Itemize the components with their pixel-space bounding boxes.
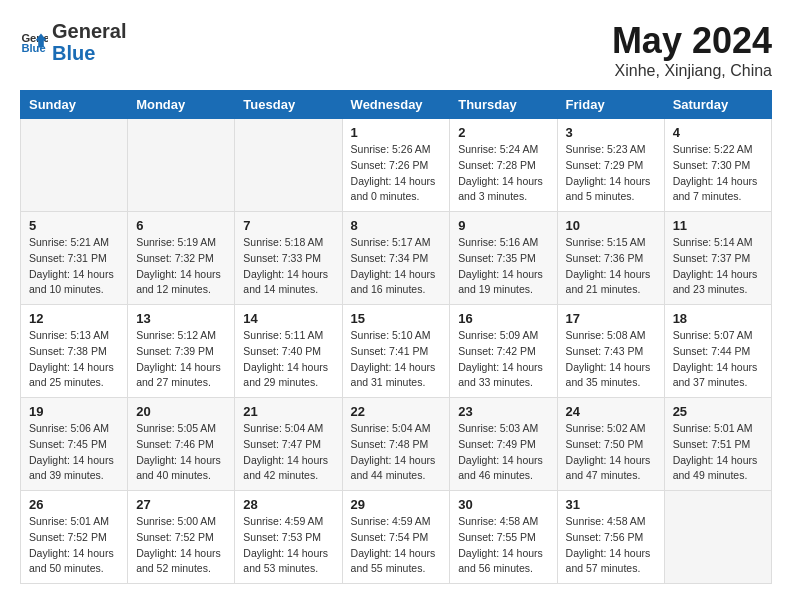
calendar-day-cell: 24Sunrise: 5:02 AMSunset: 7:50 PMDayligh… <box>557 398 664 491</box>
day-info: Sunrise: 5:18 AMSunset: 7:33 PMDaylight:… <box>243 235 333 298</box>
calendar-day-cell: 23Sunrise: 5:03 AMSunset: 7:49 PMDayligh… <box>450 398 557 491</box>
day-info: Sunrise: 5:21 AMSunset: 7:31 PMDaylight:… <box>29 235 119 298</box>
weekday-header: Saturday <box>664 91 771 119</box>
calendar-day-cell: 30Sunrise: 4:58 AMSunset: 7:55 PMDayligh… <box>450 491 557 584</box>
calendar-day-cell <box>235 119 342 212</box>
weekday-header: Sunday <box>21 91 128 119</box>
day-info: Sunrise: 5:04 AMSunset: 7:48 PMDaylight:… <box>351 421 442 484</box>
day-number: 28 <box>243 497 333 512</box>
day-number: 21 <box>243 404 333 419</box>
calendar-day-cell: 19Sunrise: 5:06 AMSunset: 7:45 PMDayligh… <box>21 398 128 491</box>
day-info: Sunrise: 5:13 AMSunset: 7:38 PMDaylight:… <box>29 328 119 391</box>
day-number: 19 <box>29 404 119 419</box>
calendar-table: SundayMondayTuesdayWednesdayThursdayFrid… <box>20 90 772 584</box>
day-number: 12 <box>29 311 119 326</box>
day-info: Sunrise: 5:08 AMSunset: 7:43 PMDaylight:… <box>566 328 656 391</box>
calendar-week-row: 12Sunrise: 5:13 AMSunset: 7:38 PMDayligh… <box>21 305 772 398</box>
day-number: 24 <box>566 404 656 419</box>
day-number: 2 <box>458 125 548 140</box>
day-info: Sunrise: 5:03 AMSunset: 7:49 PMDaylight:… <box>458 421 548 484</box>
calendar-subtitle: Xinhe, Xinjiang, China <box>612 62 772 80</box>
calendar-day-cell: 25Sunrise: 5:01 AMSunset: 7:51 PMDayligh… <box>664 398 771 491</box>
calendar-day-cell: 22Sunrise: 5:04 AMSunset: 7:48 PMDayligh… <box>342 398 450 491</box>
day-info: Sunrise: 5:26 AMSunset: 7:26 PMDaylight:… <box>351 142 442 205</box>
calendar-day-cell <box>21 119 128 212</box>
day-info: Sunrise: 5:23 AMSunset: 7:29 PMDaylight:… <box>566 142 656 205</box>
weekday-header: Tuesday <box>235 91 342 119</box>
day-info: Sunrise: 5:12 AMSunset: 7:39 PMDaylight:… <box>136 328 226 391</box>
calendar-day-cell <box>128 119 235 212</box>
calendar-day-cell: 17Sunrise: 5:08 AMSunset: 7:43 PMDayligh… <box>557 305 664 398</box>
weekday-header: Wednesday <box>342 91 450 119</box>
day-number: 8 <box>351 218 442 233</box>
day-info: Sunrise: 4:58 AMSunset: 7:56 PMDaylight:… <box>566 514 656 577</box>
day-info: Sunrise: 5:10 AMSunset: 7:41 PMDaylight:… <box>351 328 442 391</box>
day-info: Sunrise: 5:06 AMSunset: 7:45 PMDaylight:… <box>29 421 119 484</box>
calendar-week-row: 19Sunrise: 5:06 AMSunset: 7:45 PMDayligh… <box>21 398 772 491</box>
day-info: Sunrise: 5:14 AMSunset: 7:37 PMDaylight:… <box>673 235 763 298</box>
day-number: 14 <box>243 311 333 326</box>
calendar-day-cell: 28Sunrise: 4:59 AMSunset: 7:53 PMDayligh… <box>235 491 342 584</box>
day-number: 17 <box>566 311 656 326</box>
calendar-week-row: 5Sunrise: 5:21 AMSunset: 7:31 PMDaylight… <box>21 212 772 305</box>
day-info: Sunrise: 5:15 AMSunset: 7:36 PMDaylight:… <box>566 235 656 298</box>
day-info: Sunrise: 5:00 AMSunset: 7:52 PMDaylight:… <box>136 514 226 577</box>
day-info: Sunrise: 4:58 AMSunset: 7:55 PMDaylight:… <box>458 514 548 577</box>
day-info: Sunrise: 5:22 AMSunset: 7:30 PMDaylight:… <box>673 142 763 205</box>
day-info: Sunrise: 5:02 AMSunset: 7:50 PMDaylight:… <box>566 421 656 484</box>
calendar-day-cell: 2Sunrise: 5:24 AMSunset: 7:28 PMDaylight… <box>450 119 557 212</box>
calendar-day-cell: 26Sunrise: 5:01 AMSunset: 7:52 PMDayligh… <box>21 491 128 584</box>
calendar-day-cell: 14Sunrise: 5:11 AMSunset: 7:40 PMDayligh… <box>235 305 342 398</box>
day-number: 29 <box>351 497 442 512</box>
day-number: 11 <box>673 218 763 233</box>
day-number: 31 <box>566 497 656 512</box>
calendar-day-cell: 5Sunrise: 5:21 AMSunset: 7:31 PMDaylight… <box>21 212 128 305</box>
title-block: May 2024 Xinhe, Xinjiang, China <box>612 20 772 80</box>
day-number: 20 <box>136 404 226 419</box>
day-info: Sunrise: 5:09 AMSunset: 7:42 PMDaylight:… <box>458 328 548 391</box>
calendar-day-cell: 18Sunrise: 5:07 AMSunset: 7:44 PMDayligh… <box>664 305 771 398</box>
day-info: Sunrise: 4:59 AMSunset: 7:53 PMDaylight:… <box>243 514 333 577</box>
day-number: 5 <box>29 218 119 233</box>
logo: General Blue General Blue <box>20 20 126 64</box>
calendar-day-cell: 16Sunrise: 5:09 AMSunset: 7:42 PMDayligh… <box>450 305 557 398</box>
calendar-day-cell: 29Sunrise: 4:59 AMSunset: 7:54 PMDayligh… <box>342 491 450 584</box>
page-header: General Blue General Blue May 2024 Xinhe… <box>20 20 772 80</box>
calendar-day-cell: 15Sunrise: 5:10 AMSunset: 7:41 PMDayligh… <box>342 305 450 398</box>
calendar-day-cell: 6Sunrise: 5:19 AMSunset: 7:32 PMDaylight… <box>128 212 235 305</box>
svg-text:Blue: Blue <box>21 42 45 54</box>
day-info: Sunrise: 5:07 AMSunset: 7:44 PMDaylight:… <box>673 328 763 391</box>
weekday-header: Thursday <box>450 91 557 119</box>
calendar-day-cell: 13Sunrise: 5:12 AMSunset: 7:39 PMDayligh… <box>128 305 235 398</box>
calendar-day-cell: 10Sunrise: 5:15 AMSunset: 7:36 PMDayligh… <box>557 212 664 305</box>
day-number: 22 <box>351 404 442 419</box>
logo-blue: Blue <box>52 42 126 64</box>
day-info: Sunrise: 5:16 AMSunset: 7:35 PMDaylight:… <box>458 235 548 298</box>
day-number: 10 <box>566 218 656 233</box>
day-info: Sunrise: 5:01 AMSunset: 7:51 PMDaylight:… <box>673 421 763 484</box>
calendar-day-cell: 21Sunrise: 5:04 AMSunset: 7:47 PMDayligh… <box>235 398 342 491</box>
calendar-day-cell: 4Sunrise: 5:22 AMSunset: 7:30 PMDaylight… <box>664 119 771 212</box>
day-info: Sunrise: 5:11 AMSunset: 7:40 PMDaylight:… <box>243 328 333 391</box>
day-number: 7 <box>243 218 333 233</box>
day-info: Sunrise: 4:59 AMSunset: 7:54 PMDaylight:… <box>351 514 442 577</box>
day-number: 16 <box>458 311 548 326</box>
day-number: 1 <box>351 125 442 140</box>
day-number: 4 <box>673 125 763 140</box>
calendar-day-cell: 12Sunrise: 5:13 AMSunset: 7:38 PMDayligh… <box>21 305 128 398</box>
day-number: 30 <box>458 497 548 512</box>
calendar-day-cell: 11Sunrise: 5:14 AMSunset: 7:37 PMDayligh… <box>664 212 771 305</box>
day-number: 26 <box>29 497 119 512</box>
day-number: 23 <box>458 404 548 419</box>
calendar-week-row: 26Sunrise: 5:01 AMSunset: 7:52 PMDayligh… <box>21 491 772 584</box>
day-number: 13 <box>136 311 226 326</box>
day-number: 27 <box>136 497 226 512</box>
calendar-week-row: 1Sunrise: 5:26 AMSunset: 7:26 PMDaylight… <box>21 119 772 212</box>
logo-icon: General Blue <box>20 28 48 56</box>
calendar-title: May 2024 <box>612 20 772 62</box>
day-info: Sunrise: 5:05 AMSunset: 7:46 PMDaylight:… <box>136 421 226 484</box>
calendar-day-cell: 27Sunrise: 5:00 AMSunset: 7:52 PMDayligh… <box>128 491 235 584</box>
day-number: 6 <box>136 218 226 233</box>
weekday-header: Friday <box>557 91 664 119</box>
day-number: 25 <box>673 404 763 419</box>
